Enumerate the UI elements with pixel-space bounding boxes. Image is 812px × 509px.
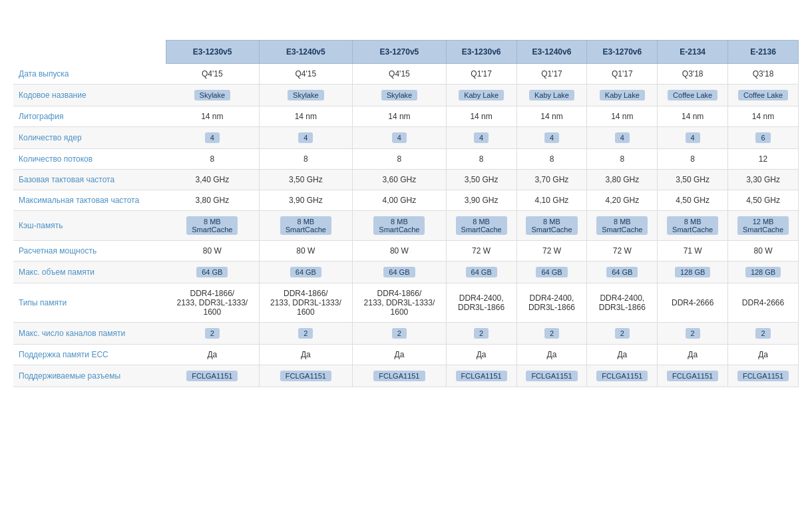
cell-1-2: Skylake bbox=[353, 85, 447, 106]
cell-1-4: Kaby Lake bbox=[516, 85, 587, 106]
cell-3-5: 4 bbox=[587, 127, 658, 149]
cell-13-1: FCLGA1151 bbox=[259, 365, 353, 387]
cell-5-1: 3,50 GHz bbox=[259, 170, 353, 190]
row-label-9: Макс. объем памяти bbox=[13, 261, 166, 283]
badge: Coffee Lake bbox=[738, 90, 788, 100]
table-row: Базовая тактовая частота3,40 GHz3,50 GHz… bbox=[13, 170, 799, 190]
page: E3-1230v5E3-1240v5E3-1270v5E3-1230v6E3-1… bbox=[0, 0, 812, 509]
badge: 64 GB bbox=[466, 267, 497, 277]
cell-10-1: DDR4-1866/ 2133, DDR3L-1333/ 1600 bbox=[259, 283, 353, 323]
badge: FCLGA1151 bbox=[737, 371, 789, 381]
cell-1-6: Coffee Lake bbox=[658, 85, 728, 106]
cell-12-0: Да bbox=[166, 345, 259, 365]
badge: 2 bbox=[392, 328, 407, 339]
cell-10-0: DDR4-1866/ 2133, DDR3L-1333/ 1600 bbox=[166, 283, 259, 323]
badge: 2 bbox=[544, 328, 559, 339]
row-label-1: Кодовое название bbox=[13, 85, 166, 106]
cell-2-1: 14 nm bbox=[259, 106, 353, 127]
cell-5-2: 3,60 GHz bbox=[353, 170, 447, 190]
cell-10-7: DDR4-2666 bbox=[728, 283, 799, 323]
table-row: Кодовое названиеSkylakeSkylakeSkylakeKab… bbox=[13, 85, 799, 106]
badge: FCLGA1151 bbox=[526, 371, 577, 381]
cell-4-5: 8 bbox=[587, 149, 658, 170]
cell-12-5: Да bbox=[587, 345, 658, 365]
row-label-2: Литография bbox=[13, 106, 166, 127]
cell-7-3: 8 MB SmartCache bbox=[446, 211, 516, 241]
badge: 2 bbox=[755, 328, 770, 339]
cell-3-2: 4 bbox=[353, 127, 447, 149]
table-row: Количество потоков888888812 bbox=[13, 149, 799, 170]
cell-5-5: 3,80 GHz bbox=[587, 170, 658, 190]
table-row: Макс. число каналов памяти22222222 bbox=[13, 323, 799, 345]
cell-13-3: FCLGA1151 bbox=[446, 365, 516, 387]
cell-9-4: 64 GB bbox=[516, 261, 587, 283]
row-label-8: Расчетная мощность bbox=[13, 241, 166, 261]
badge: 64 GB bbox=[606, 267, 638, 277]
badge: 2 bbox=[615, 328, 630, 339]
badge: Kaby Lake bbox=[459, 90, 504, 100]
cell-6-5: 4,20 GHz bbox=[587, 190, 658, 211]
cell-3-7: 6 bbox=[728, 127, 799, 149]
table-row: Дата выпускаQ4'15Q4'15Q4'15Q1'17Q1'17Q1'… bbox=[13, 64, 799, 85]
badge: FCLGA1151 bbox=[373, 371, 425, 381]
cell-8-1: 80 W bbox=[259, 241, 353, 261]
col-header-7: E-2136 bbox=[728, 41, 799, 64]
badge: 4 bbox=[544, 132, 559, 143]
table-row: Количество ядер44444446 bbox=[13, 127, 799, 149]
badge: FCLGA1151 bbox=[186, 371, 238, 381]
cell-3-1: 4 bbox=[259, 127, 353, 149]
badge: FCLGA1151 bbox=[456, 371, 507, 381]
badge: Skylake bbox=[288, 90, 324, 100]
table-row: Типы памятиDDR4-1866/ 2133, DDR3L-1333/ … bbox=[13, 283, 799, 323]
badge: 8 MB SmartCache bbox=[186, 216, 238, 235]
cell-2-5: 14 nm bbox=[587, 106, 658, 127]
badge: FCLGA1151 bbox=[596, 371, 648, 381]
badge: 128 GB bbox=[675, 267, 710, 277]
cell-2-4: 14 nm bbox=[516, 106, 587, 127]
cell-12-4: Да bbox=[516, 345, 587, 365]
cell-4-4: 8 bbox=[516, 149, 587, 170]
cell-7-5: 8 MB SmartCache bbox=[587, 211, 658, 241]
cell-3-6: 4 bbox=[658, 127, 728, 149]
badge: 8 MB SmartCache bbox=[373, 216, 425, 235]
cell-6-6: 4,50 GHz bbox=[658, 190, 728, 211]
cell-10-6: DDR4-2666 bbox=[658, 283, 728, 323]
table-row: Поддержка памяти ECCДаДаДаДаДаДаДаДа bbox=[13, 345, 799, 365]
cell-0-2: Q4'15 bbox=[353, 64, 447, 85]
cell-13-4: FCLGA1151 bbox=[516, 365, 587, 387]
cell-0-1: Q4'15 bbox=[259, 64, 353, 85]
cell-4-2: 8 bbox=[353, 149, 447, 170]
cell-13-6: FCLGA1151 bbox=[658, 365, 728, 387]
col-header-6: E-2134 bbox=[658, 41, 728, 64]
table-row: Макс. объем памяти64 GB64 GB64 GB64 GB64… bbox=[13, 261, 799, 283]
badge: FCLGA1151 bbox=[280, 371, 331, 381]
badge: Coffee Lake bbox=[668, 90, 717, 100]
cell-9-0: 64 GB bbox=[166, 261, 259, 283]
cell-0-0: Q4'15 bbox=[166, 64, 259, 85]
row-label-11: Макс. число каналов памяти bbox=[13, 323, 166, 345]
cell-4-7: 12 bbox=[728, 149, 799, 170]
cell-2-6: 14 nm bbox=[658, 106, 728, 127]
cell-1-1: Skylake bbox=[259, 85, 353, 106]
cell-4-6: 8 bbox=[658, 149, 728, 170]
cell-0-6: Q3'18 bbox=[658, 64, 728, 85]
col-header-4: E3-1240v6 bbox=[516, 41, 587, 64]
table-row: Расчетная мощность80 W80 W80 W72 W72 W72… bbox=[13, 241, 799, 261]
row-label-4: Количество потоков bbox=[13, 149, 166, 170]
col-header-2: E3-1270v5 bbox=[353, 41, 447, 64]
badge: 8 MB SmartCache bbox=[596, 216, 648, 235]
cell-8-7: 80 W bbox=[728, 241, 799, 261]
cell-13-5: FCLGA1151 bbox=[587, 365, 658, 387]
cell-7-2: 8 MB SmartCache bbox=[353, 211, 447, 241]
cell-6-3: 3,90 GHz bbox=[446, 190, 516, 211]
cell-11-3: 2 bbox=[446, 323, 516, 345]
badge: 2 bbox=[686, 328, 700, 339]
badge: 2 bbox=[474, 328, 489, 339]
cell-5-4: 3,70 GHz bbox=[516, 170, 587, 190]
cell-7-0: 8 MB SmartCache bbox=[166, 211, 259, 241]
badge: 8 MB SmartCache bbox=[456, 216, 507, 235]
cell-8-3: 72 W bbox=[446, 241, 516, 261]
cell-12-3: Да bbox=[446, 345, 516, 365]
row-label-10: Типы памяти bbox=[13, 283, 166, 323]
cell-11-2: 2 bbox=[353, 323, 447, 345]
